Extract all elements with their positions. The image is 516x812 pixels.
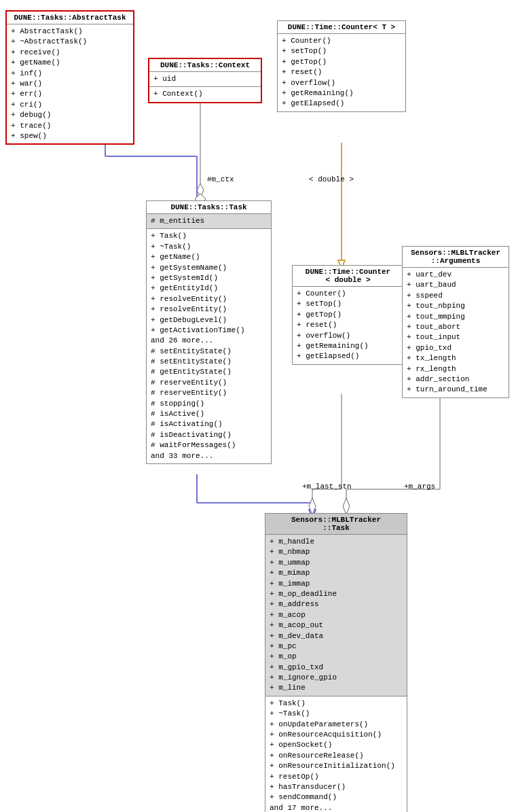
mlbl-task-box: Sensors::MLBLTracker::Task + m_handle + … (265, 513, 407, 812)
mlbl-task-attrs: + m_handle + m_nbmap + m_ummap + m_mimap… (265, 535, 407, 696)
diagram-container: DUNE::Tasks::AbstractTask + AbstractTask… (0, 0, 516, 812)
arguments-box: Sensors::MLBLTracker::Arguments + uart_d… (402, 246, 509, 398)
arguments-header: Sensors::MLBLTracker::Arguments (403, 247, 509, 268)
svg-marker-15 (309, 498, 316, 514)
task-header: DUNE::Tasks::Task (147, 201, 271, 214)
mlbl-task-header: Sensors::MLBLTracker::Task (265, 514, 407, 535)
arguments-attrs: + uart_dev + uart_baud + sspeed + tout_n… (403, 268, 509, 398)
context-header: DUNE::Tasks::Context (149, 59, 261, 72)
mlbl-task-methods: + Task() + ~Task() + onUpdateParameters(… (265, 696, 407, 812)
time-counter-t-box: DUNE::Time::Counter< T > + Counter() + s… (277, 20, 406, 112)
context-attr: + uid (149, 72, 261, 87)
time-counter-double-header: DUNE::Time::Counter< double > (293, 266, 403, 287)
task-attr: # m_entities (147, 214, 271, 229)
context-box: DUNE::Tasks::Context + uid + Context() (148, 58, 262, 103)
time-counter-t-methods: + Counter() + setTop() + getTop() + rese… (278, 34, 405, 111)
context-methods: + Context() (149, 87, 261, 101)
abstract-task-header: DUNE::Tasks::AbstractTask (7, 12, 133, 24)
m-ctx-label: #m_ctx (207, 175, 234, 183)
m-last-stn-label: +m_last_stn (302, 482, 352, 491)
abstract-task-box: DUNE::Tasks::AbstractTask + AbstractTask… (5, 10, 134, 145)
time-counter-double-box: DUNE::Time::Counter< double > + Counter(… (292, 265, 404, 365)
svg-marker-19 (343, 498, 350, 514)
task-methods: + Task() + ~Task() + getName() + getSyst… (147, 229, 271, 463)
time-counter-double-methods: + Counter() + setTop() + getTop() + rese… (293, 287, 403, 364)
double-label: < double > (309, 175, 354, 183)
abstract-task-methods: + AbstractTask() + ~AbstractTask() + rec… (7, 24, 133, 143)
task-box: DUNE::Tasks::Task # m_entities + Task() … (146, 200, 272, 464)
time-counter-t-header: DUNE::Time::Counter< T > (278, 21, 405, 34)
m-args-label: +m_args (404, 482, 435, 491)
